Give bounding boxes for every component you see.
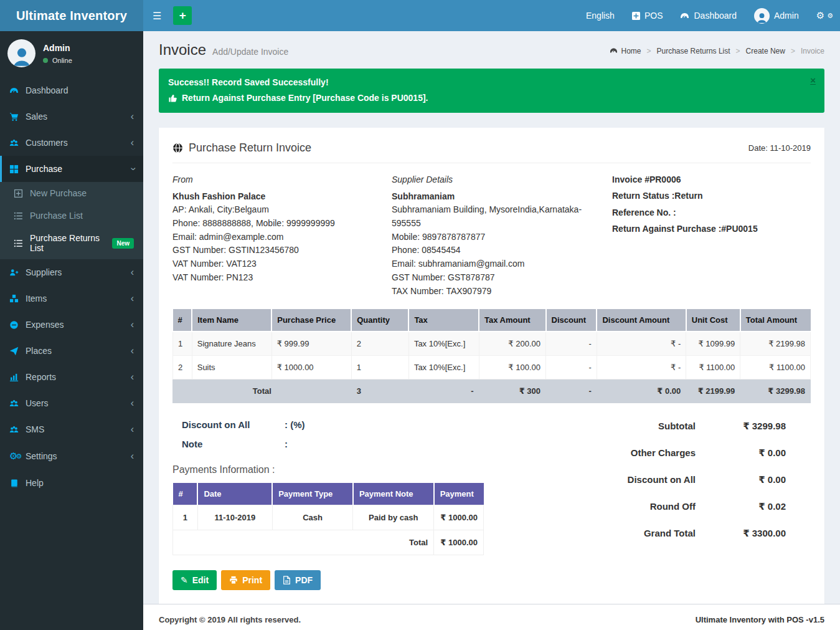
reference-no: Reference No. : bbox=[612, 206, 811, 219]
supplier-line: Phone: 08545454 bbox=[392, 244, 593, 257]
cart-icon bbox=[9, 112, 26, 122]
sidebar-item-expenses[interactable]: Expenses ‹ bbox=[0, 312, 143, 338]
table-row: 1 Signature Jeans ₹ 999.99 2 Tax 10%[Exc… bbox=[173, 332, 811, 356]
sidebar-item-places[interactable]: Places ‹ bbox=[0, 338, 143, 364]
col-tax-amount: Tax Amount bbox=[479, 309, 546, 332]
items-total-label: Total bbox=[173, 379, 352, 403]
breadcrumb-purchase-returns-list[interactable]: Purchase Returns List bbox=[657, 47, 730, 55]
settings-gears-icon[interactable]: ⚙⚙ bbox=[808, 0, 840, 31]
user-plus-icon bbox=[9, 268, 26, 277]
sidebar: Ultimate Inventory Admin Online bbox=[0, 0, 143, 630]
print-button[interactable]: Print bbox=[221, 570, 270, 590]
paper-plane-icon bbox=[9, 346, 26, 356]
invoice-title: Purchase Return Invoice bbox=[189, 141, 311, 155]
file-pdf-icon bbox=[283, 576, 291, 585]
payments-table: # Date Payment Type Payment Note Payment… bbox=[172, 483, 484, 555]
breadcrumb-separator: > bbox=[791, 47, 795, 55]
sidebar-user-panel: Admin Online bbox=[0, 31, 143, 74]
sidebar-user-name: Admin bbox=[43, 43, 72, 53]
dashboard-link[interactable]: Dashboard bbox=[671, 0, 745, 31]
page-title: Invoice bbox=[159, 41, 206, 59]
col-item-name: Item Name bbox=[192, 309, 271, 332]
items-table: # Item Name Purchase Price Quantity Tax … bbox=[172, 309, 811, 403]
sidebar-item-settings[interactable]: ⚙⚙ Settings ‹ bbox=[0, 442, 143, 470]
chevron-left-icon: ‹ bbox=[131, 348, 134, 354]
payments-heading: Payments Information : bbox=[172, 464, 530, 475]
printer-icon bbox=[229, 576, 238, 585]
payments-total-label: Total bbox=[173, 530, 434, 555]
lower-left-section: Discount on All : (%) Note : Payments In… bbox=[172, 414, 530, 590]
supplier-line: TAX Number: TAX907979 bbox=[392, 285, 593, 298]
col-hash: # bbox=[173, 309, 192, 332]
app-logo[interactable]: Ultimate Inventory bbox=[0, 0, 143, 31]
sidebar-item-customers[interactable]: Customers ‹ bbox=[0, 130, 143, 156]
summary-row-discount-on-all: Discount on All ₹ 0.00 bbox=[530, 474, 811, 485]
summary-row-other-charges: Other Charges ₹ 0.00 bbox=[530, 447, 811, 459]
invoice-number: Invoice #PR0006 bbox=[612, 173, 811, 186]
sidebar-item-purchase-returns-list[interactable]: Purchase Returns List New bbox=[0, 227, 143, 259]
sidebar-item-new-purchase[interactable]: New Purchase bbox=[0, 182, 143, 204]
language-menu[interactable]: English bbox=[577, 0, 623, 31]
pdf-button[interactable]: PDF bbox=[275, 570, 321, 590]
pos-link[interactable]: POS bbox=[623, 0, 672, 31]
sidebar-item-dashboard[interactable]: Dashboard bbox=[0, 77, 143, 103]
sidebar-item-help[interactable]: Help bbox=[0, 470, 143, 496]
gears-icon: ⚙⚙ bbox=[9, 451, 26, 462]
sidebar-user-status: Online bbox=[43, 57, 72, 64]
supplier-line: Email: subhramaniam@gmail.com bbox=[392, 257, 593, 271]
sidebar-item-purchase[interactable]: Purchase ‹ bbox=[0, 156, 143, 182]
person-icon bbox=[755, 11, 768, 24]
breadcrumb-current: Invoice bbox=[801, 47, 824, 55]
breadcrumb-home[interactable]: Home bbox=[610, 47, 641, 55]
sidebar-item-suppliers[interactable]: Suppliers ‹ bbox=[0, 259, 143, 285]
from-line: GST Number: GSTIN123456780 bbox=[172, 244, 392, 257]
sidebar-item-sales[interactable]: Sales ‹ bbox=[0, 103, 143, 130]
edit-button[interactable]: ✎ Edit bbox=[172, 570, 217, 590]
thumb-up-icon bbox=[168, 93, 177, 103]
sidebar-item-purchase-list[interactable]: Purchase List bbox=[0, 204, 143, 227]
topbar: ☰ + English POS Dashboard bbox=[143, 0, 840, 31]
chevron-left-icon: ‹ bbox=[131, 374, 134, 380]
sidebar-item-sms[interactable]: SMS ‹ bbox=[0, 416, 143, 442]
chevron-left-icon: ‹ bbox=[131, 269, 134, 275]
user-menu[interactable]: Admin bbox=[745, 0, 808, 31]
pencil-icon: ✎ bbox=[181, 575, 188, 585]
sidebar-item-users[interactable]: Users ‹ bbox=[0, 390, 143, 416]
action-buttons: ✎ Edit Print PDF bbox=[172, 570, 530, 590]
alert-line-1: Success!! Record Saved Successfully! bbox=[168, 77, 815, 87]
avatar bbox=[754, 8, 770, 24]
col-tax: Tax bbox=[408, 309, 479, 332]
quick-add-button[interactable]: + bbox=[173, 6, 192, 25]
users-icon bbox=[9, 425, 26, 434]
users-icon bbox=[9, 399, 26, 408]
from-line: VAT Number: VAT123 bbox=[172, 257, 392, 271]
hamburger-icon[interactable]: ☰ bbox=[143, 0, 171, 31]
content-header: Invoice Add/Update Invoice Home > Purcha… bbox=[143, 31, 840, 64]
chevron-left-icon: ‹ bbox=[131, 426, 134, 432]
invoice-panel: Purchase Return Invoice Date: 11-10-2019… bbox=[159, 128, 824, 604]
supplier-line: Subhramaniam Building, MysoreIndia,Karna… bbox=[392, 203, 593, 230]
bar-chart-icon bbox=[9, 373, 26, 382]
col-discount-amount: Discount Amount bbox=[597, 309, 686, 332]
footer: Copyright © 2019 All rights reserved. Ul… bbox=[143, 604, 840, 630]
cubes-icon bbox=[9, 294, 26, 303]
chevron-left-icon: ‹ bbox=[131, 113, 134, 120]
payment-row: 1 11-10-2019 Cash Paid by cash ₹ 1000.00 bbox=[173, 505, 484, 530]
online-dot-icon bbox=[43, 58, 48, 63]
payments-total-value: ₹ 1000.00 bbox=[434, 530, 484, 555]
breadcrumb: Home > Purchase Returns List > Create Ne… bbox=[610, 47, 824, 55]
globe-icon bbox=[172, 143, 183, 153]
from-line: Email: admin@example.com bbox=[172, 231, 392, 244]
note-field: Note : bbox=[172, 439, 530, 449]
new-badge: New bbox=[112, 238, 134, 249]
footer-version: Ultimate Inventory with POS -v1.5 bbox=[696, 615, 824, 624]
close-icon[interactable]: × bbox=[810, 75, 816, 85]
sidebar-item-reports[interactable]: Reports ‹ bbox=[0, 364, 143, 390]
sidebar-item-items[interactable]: Items ‹ bbox=[0, 285, 143, 312]
invoice-info-columns: From Khush Fashion Palace AP: Ankali, Ci… bbox=[172, 173, 811, 298]
person-icon bbox=[10, 44, 34, 67]
breadcrumb-create-new[interactable]: Create New bbox=[746, 47, 785, 55]
minus-circle-icon bbox=[9, 320, 26, 330]
from-label: From bbox=[172, 173, 392, 187]
col-purchase-price: Purchase Price bbox=[271, 309, 351, 332]
